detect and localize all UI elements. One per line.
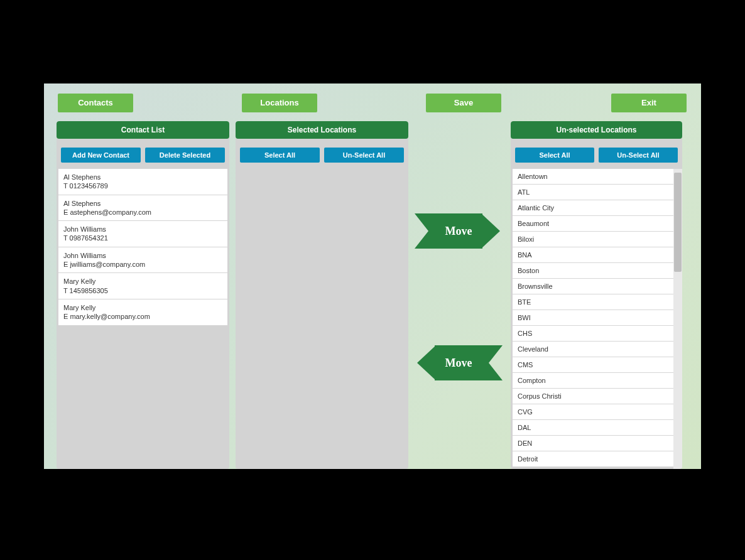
main-columns: Contact List Add New Contact Delete Sele… bbox=[44, 112, 701, 469]
location-item[interactable]: CVG bbox=[513, 404, 673, 420]
unselected-scrollbar[interactable] bbox=[673, 169, 682, 469]
location-item[interactable]: Beaumont bbox=[513, 216, 673, 232]
location-item[interactable]: CMS bbox=[513, 357, 673, 373]
top-toolbar: Contacts Locations Save Exit bbox=[44, 83, 701, 112]
add-new-contact-button[interactable]: Add New Contact bbox=[61, 148, 141, 163]
contact-detail: E jwilliams@company.com bbox=[63, 260, 222, 269]
unselected-locations-header: Un-selected Locations bbox=[511, 121, 682, 139]
locations-tab[interactable]: Locations bbox=[242, 94, 317, 112]
location-item[interactable]: Corpus Christi bbox=[513, 389, 673, 404]
contact-detail: T 1459856305 bbox=[63, 286, 222, 295]
location-item[interactable]: Cleveland bbox=[513, 342, 673, 357]
contact-item[interactable]: Mary KellyT 1459856305 bbox=[58, 273, 227, 299]
contact-item[interactable]: Mary KellyE mary.kelly@company.com bbox=[58, 299, 227, 325]
location-item[interactable]: Brownsville bbox=[513, 279, 673, 294]
contact-name: Al Stephens bbox=[63, 199, 222, 208]
location-item[interactable]: Atlantic City bbox=[513, 200, 673, 216]
location-item[interactable]: BTE bbox=[513, 294, 673, 310]
move-right-button[interactable]: Move bbox=[415, 213, 503, 249]
contact-detail: E astephens@company.com bbox=[63, 208, 222, 217]
contact-item[interactable]: Al StephensE astephens@company.com bbox=[58, 195, 227, 222]
contact-item[interactable]: John WilliamsT 0987654321 bbox=[58, 221, 227, 247]
location-item[interactable]: BNA bbox=[513, 247, 673, 263]
contacts-tab[interactable]: Contacts bbox=[58, 94, 133, 112]
unselected-list-wrap: AllentownATLAtlantic CityBeaumontBiloxiB… bbox=[513, 169, 682, 469]
unselected-locations-panel: Un-selected Locations Select All Un-Sele… bbox=[511, 121, 682, 469]
location-item[interactable]: ATL bbox=[513, 185, 673, 200]
unselected-locations-list: AllentownATLAtlantic CityBeaumontBiloxiB… bbox=[513, 169, 673, 469]
move-controls: Move Move bbox=[408, 121, 511, 469]
location-item[interactable]: Allentown bbox=[513, 169, 673, 185]
exit-button[interactable]: Exit bbox=[611, 94, 687, 112]
location-item[interactable]: Biloxi bbox=[513, 232, 673, 247]
selected-unselect-all-button[interactable]: Un-Select All bbox=[324, 148, 404, 163]
move-left-button[interactable]: Move bbox=[415, 345, 503, 380]
contact-name: John Williams bbox=[63, 251, 222, 260]
contacts-panel: Contact List Add New Contact Delete Sele… bbox=[57, 121, 229, 469]
location-item[interactable]: DEN bbox=[513, 436, 673, 451]
unselected-select-all-button[interactable]: Select All bbox=[515, 148, 594, 163]
unselected-button-row: Select All Un-Select All bbox=[511, 139, 682, 163]
location-item[interactable]: CHS bbox=[513, 326, 673, 342]
contact-name: Mary Kelly bbox=[63, 303, 222, 312]
contact-name: Mary Kelly bbox=[63, 277, 222, 286]
unselected-unselect-all-button[interactable]: Un-Select All bbox=[599, 148, 678, 163]
arrow-right-head-icon bbox=[481, 213, 500, 249]
contact-name: John Williams bbox=[63, 225, 222, 234]
arrow-right-icon bbox=[415, 213, 482, 249]
selected-locations-header: Selected Locations bbox=[236, 121, 408, 139]
location-item[interactable]: BWI bbox=[513, 310, 673, 326]
contact-name: Al Stephens bbox=[63, 173, 222, 181]
contact-list: Al StephensT 0123456789Al StephensE aste… bbox=[58, 169, 227, 469]
arrow-left-head-icon bbox=[417, 345, 436, 380]
selected-locations-list bbox=[237, 169, 406, 469]
selected-locations-panel: Selected Locations Select All Un-Select … bbox=[236, 121, 408, 469]
location-item[interactable]: Detroit bbox=[513, 451, 673, 467]
contacts-panel-header: Contact List bbox=[57, 121, 229, 139]
contact-detail: T 0123456789 bbox=[63, 181, 222, 190]
contact-detail: T 0987654321 bbox=[63, 234, 222, 242]
delete-selected-button[interactable]: Delete Selected bbox=[145, 148, 225, 163]
location-item[interactable]: Compton bbox=[513, 373, 673, 389]
scrollbar-thumb[interactable] bbox=[674, 173, 682, 272]
contact-item[interactable]: John WilliamsE jwilliams@company.com bbox=[58, 247, 227, 274]
location-item[interactable]: DAL bbox=[513, 420, 673, 436]
selected-select-all-button[interactable]: Select All bbox=[240, 148, 320, 163]
selected-button-row: Select All Un-Select All bbox=[236, 139, 408, 163]
contact-detail: E mary.kelly@company.com bbox=[63, 312, 222, 321]
contacts-button-row: Add New Contact Delete Selected bbox=[57, 139, 229, 163]
app-window: Contacts Locations Save Exit Contact Lis… bbox=[44, 83, 701, 469]
save-button[interactable]: Save bbox=[426, 94, 501, 112]
contact-item[interactable]: Al StephensT 0123456789 bbox=[58, 169, 227, 195]
location-item[interactable]: Boston bbox=[513, 263, 673, 279]
arrow-left-icon bbox=[435, 345, 503, 380]
